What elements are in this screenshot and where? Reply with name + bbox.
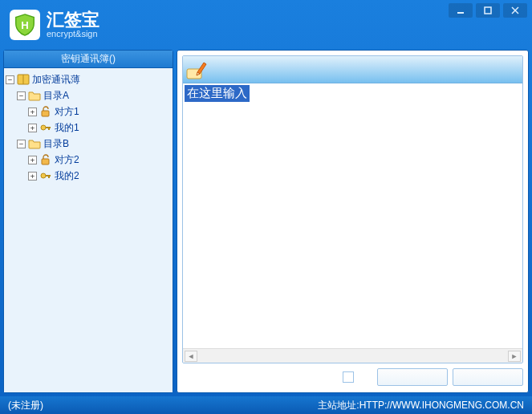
svg-rect-7 bbox=[42, 111, 49, 116]
tree-root[interactable]: − 加密通讯薄 bbox=[6, 71, 171, 87]
tree-peer-2[interactable]: + 对方2 bbox=[6, 152, 171, 168]
status-right[interactable]: 主站地址:HTTP://WWW.IHONGMENG.COM.CN bbox=[318, 399, 524, 412]
editor-content[interactable]: 在这里输入 bbox=[183, 83, 522, 348]
tree[interactable]: − 加密通讯薄 − 目录A + 对方1 bbox=[4, 68, 173, 392]
tree-mine-1[interactable]: + 我的1 bbox=[6, 120, 171, 136]
titlebar: H 汇签宝 encrypt&sign bbox=[0, 0, 532, 50]
edit-icon bbox=[186, 59, 207, 80]
collapse-icon[interactable]: − bbox=[6, 75, 14, 84]
tree-dir-a[interactable]: − 目录A bbox=[6, 87, 171, 104]
tree-label: 对方2 bbox=[55, 153, 79, 167]
svg-rect-11 bbox=[42, 159, 49, 164]
tree-peer-1[interactable]: + 对方1 bbox=[6, 104, 171, 120]
expand-icon[interactable]: + bbox=[28, 108, 37, 116]
horizontal-scrollbar[interactable]: ◄ ► bbox=[183, 348, 522, 363]
key-icon bbox=[39, 170, 52, 181]
svg-text:H: H bbox=[21, 19, 28, 31]
window-controls bbox=[449, 3, 527, 18]
tree-label: 我的1 bbox=[55, 121, 79, 135]
shield-icon: H bbox=[13, 13, 37, 37]
expand-icon[interactable]: + bbox=[28, 124, 37, 132]
editor-box: 在这里输入 ◄ ► bbox=[182, 55, 523, 363]
app-logo: H bbox=[10, 10, 40, 40]
book-icon bbox=[17, 74, 30, 85]
editor-placeholder: 在这里输入 bbox=[185, 85, 250, 102]
tree-label: 对方1 bbox=[55, 105, 79, 119]
svg-point-12 bbox=[41, 173, 46, 178]
checkbox[interactable] bbox=[343, 371, 354, 383]
collapse-icon[interactable]: − bbox=[17, 140, 26, 148]
tree-mine-2[interactable]: + 我的2 bbox=[6, 168, 171, 184]
expand-icon[interactable]: + bbox=[28, 156, 37, 164]
editor-toolbar bbox=[183, 56, 522, 83]
title-block: 汇签宝 encrypt&sign bbox=[47, 11, 99, 39]
folder-open-icon bbox=[28, 138, 41, 149]
maximize-button[interactable] bbox=[476, 3, 500, 18]
tree-label: 目录B bbox=[43, 137, 69, 151]
app-title: 汇签宝 bbox=[47, 11, 99, 29]
status-left: (未注册) bbox=[8, 399, 43, 412]
app-window: H 汇签宝 encrypt&sign 密钥通讯簿() − 加密通讯薄 bbox=[0, 0, 532, 414]
scroll-left-icon[interactable]: ◄ bbox=[185, 351, 197, 362]
collapse-icon[interactable]: − bbox=[17, 91, 26, 100]
lock-open-icon bbox=[39, 154, 52, 165]
sidebar: 密钥通讯簿() − 加密通讯薄 − 目录A + 对方1 bbox=[3, 50, 173, 393]
body-area: 密钥通讯簿() − 加密通讯薄 − 目录A + 对方1 bbox=[0, 50, 532, 396]
button-2[interactable] bbox=[453, 368, 523, 386]
button-1[interactable] bbox=[377, 368, 448, 386]
tree-label: 目录A bbox=[43, 89, 69, 103]
main-panel: 在这里输入 ◄ ► bbox=[177, 50, 529, 393]
folder-open-icon bbox=[28, 90, 41, 101]
button-row bbox=[182, 367, 523, 388]
key-icon bbox=[39, 122, 52, 133]
expand-icon[interactable]: + bbox=[28, 172, 37, 181]
close-button[interactable] bbox=[503, 3, 527, 18]
statusbar: (未注册) 主站地址:HTTP://WWW.IHONGMENG.COM.CN bbox=[0, 396, 532, 414]
tree-label: 我的2 bbox=[55, 169, 79, 183]
tree-dir-b[interactable]: − 目录B bbox=[6, 136, 171, 152]
app-subtitle: encrypt&sign bbox=[47, 29, 99, 39]
sidebar-header: 密钥通讯簿() bbox=[4, 51, 173, 68]
svg-rect-2 bbox=[485, 7, 491, 14]
tree-label: 加密通讯薄 bbox=[32, 73, 80, 87]
lock-open-icon bbox=[39, 106, 52, 117]
svg-point-8 bbox=[41, 125, 46, 130]
scroll-right-icon[interactable]: ► bbox=[508, 351, 521, 362]
minimize-button[interactable] bbox=[449, 3, 473, 18]
